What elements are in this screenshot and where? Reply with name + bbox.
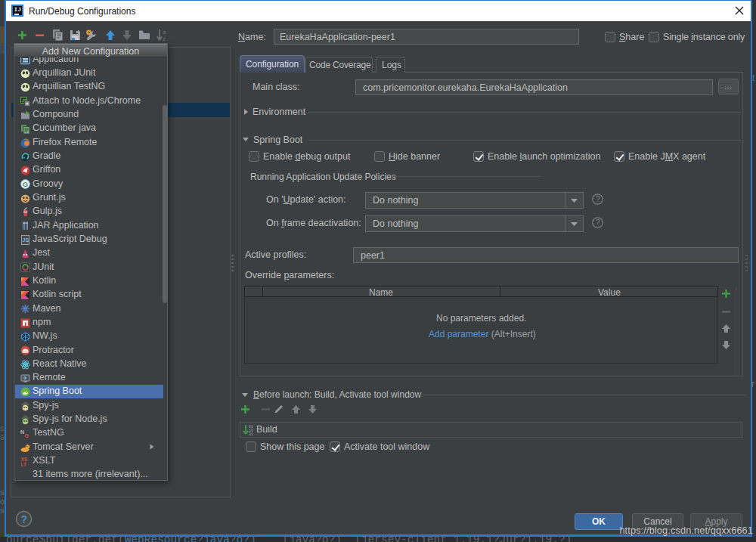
svg-text:01: 01	[249, 432, 253, 435]
svg-text:a: a	[163, 29, 166, 36]
svg-text:JS: JS	[23, 237, 29, 243]
svg-text:?: ?	[21, 513, 28, 525]
svg-text:G: G	[25, 433, 29, 438]
svg-text:LT: LT	[21, 461, 26, 466]
svg-text:N: N	[20, 429, 24, 435]
svg-text:G: G	[23, 181, 28, 188]
svg-text:?: ?	[596, 218, 600, 227]
svg-text:z: z	[163, 36, 166, 42]
svg-text:?: ?	[596, 195, 600, 203]
